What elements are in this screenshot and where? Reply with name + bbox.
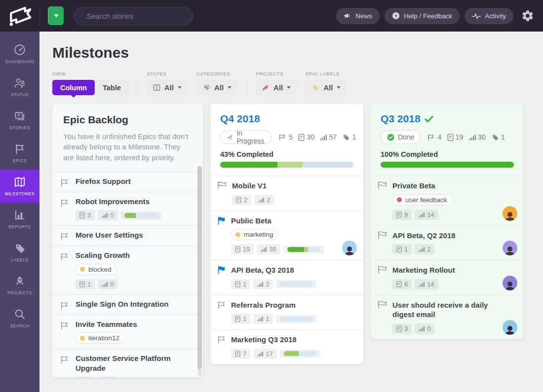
epic-badges: 2 0	[76, 377, 190, 378]
view-filter-label: VIEW	[52, 71, 129, 76]
person-silhouette-icon	[504, 281, 516, 290]
epic-progress-badge	[276, 315, 316, 323]
sidebar-item-labels[interactable]: LABELS	[0, 236, 39, 269]
epic-label-pill[interactable]: blocked	[76, 264, 117, 275]
epics-stat: 4	[427, 133, 441, 141]
epic-card[interactable]: Referrals Program 1 1	[210, 295, 363, 330]
epic-progress-bar	[280, 317, 312, 321]
avatar[interactable]	[503, 241, 517, 255]
projects-filter-label: PROJECTS	[256, 71, 297, 76]
epic-backlog-title: Epic Backlog	[63, 114, 192, 126]
sidebar-item-projects[interactable]: PROJECTS	[0, 269, 39, 302]
milestone-title[interactable]: Q3 2018	[381, 113, 514, 125]
milestone-header: Q4 2018 In Progress 5	[210, 104, 363, 176]
search-box[interactable]	[74, 7, 193, 25]
epic-row[interactable]: Customer Service Platform Upgrade 2 0	[52, 349, 203, 378]
epic-card[interactable]: Marketing Q3 2018 7 17	[210, 329, 363, 364]
sidebar-label: REPORTS	[8, 224, 31, 229]
epic-row[interactable]: Scaling Growth blocked 1 0	[52, 246, 203, 294]
document-icon	[298, 134, 305, 141]
epic-progress-bar	[280, 282, 312, 286]
page-title: Milestones	[52, 44, 543, 61]
epic-card[interactable]: Marketing Rollout 6 14	[371, 260, 524, 295]
points-count-badge: 2	[253, 279, 273, 289]
view-column-button[interactable]: Column	[52, 80, 95, 95]
epic-card[interactable]: Private Beta user feedback 9 14	[371, 176, 524, 225]
sidebar-item-stories[interactable]: STORIES	[0, 104, 39, 137]
sidebar-item-milestones[interactable]: MILESTONES	[0, 170, 39, 203]
epic-progress-badge	[283, 246, 324, 253]
sidebar-item-status[interactable]: STATUS	[0, 71, 39, 104]
avatar[interactable]	[503, 276, 517, 290]
states-value: All	[164, 83, 174, 92]
document-icon	[396, 325, 402, 332]
states-dropdown[interactable]: All	[147, 80, 188, 95]
avatar[interactable]	[503, 320, 517, 335]
stories-count: 1	[243, 281, 246, 288]
document-icon	[235, 316, 240, 322]
epic-label-pill[interactable]: user feedback	[392, 194, 453, 206]
labels-count: 1	[501, 133, 505, 141]
epic-badges: 3 0	[76, 210, 161, 220]
document-icon	[447, 134, 454, 141]
epic-row[interactable]: Single Sign On Integration	[52, 294, 203, 315]
points-icon	[261, 247, 267, 252]
epic-label-pill[interactable]: marketing	[231, 229, 279, 240]
points-count: 0	[427, 325, 430, 332]
sidebar-label: LABELS	[11, 257, 29, 262]
epic-labels-filter: EPIC LABELS All	[306, 71, 347, 95]
app-logo[interactable]	[0, 5, 39, 27]
person-silhouette-icon	[504, 246, 516, 255]
sidebar-item-search[interactable]: SEARCH	[0, 302, 39, 335]
create-milestone-dropdown[interactable]	[48, 6, 64, 25]
help-feedback-button[interactable]: ? Help / Feedback	[385, 8, 460, 24]
state-pill[interactable]: Done	[381, 130, 421, 144]
stories-count-badge: 1	[76, 279, 95, 289]
stories-count: 2	[244, 196, 247, 204]
backlog-scrollbar[interactable]	[197, 166, 202, 369]
epic-backlog-header: Epic Backlog You have 8 unfinished Epics…	[52, 104, 203, 172]
label-text: blocked	[88, 266, 112, 273]
milestone-title[interactable]: Q4 2018	[220, 113, 353, 125]
points-count-badge: 0	[98, 279, 117, 289]
create-milestone-button[interactable]: Create Milestone	[48, 6, 64, 25]
epic-card[interactable]: Mobile V1 2 2	[210, 176, 363, 211]
flag-outline-icon	[217, 300, 227, 324]
stories-count-badge: 3	[76, 210, 95, 220]
epic-labels-dropdown[interactable]: All	[306, 80, 347, 95]
sidebar-item-epics[interactable]: EPICS	[0, 137, 39, 170]
search-icon	[81, 12, 82, 20]
avatar[interactable]	[503, 206, 517, 221]
epic-card[interactable]: API Beta, Q2 2018 1 2	[371, 225, 524, 260]
view-table-button[interactable]: Table	[95, 80, 129, 95]
avatar[interactable]	[342, 241, 357, 255]
news-button[interactable]: News	[336, 8, 380, 24]
settings-button[interactable]	[521, 9, 534, 22]
epic-row[interactable]: More User Settings	[52, 225, 203, 246]
points-count-badge: 0	[415, 323, 434, 334]
flag-icon	[278, 134, 287, 141]
search-input[interactable]	[86, 12, 186, 20]
state-label: In Progress	[236, 129, 266, 145]
epic-label-pill[interactable]: iteration12	[76, 332, 125, 344]
filter-bar: VIEW Column Table STATES All CATEGORIES	[52, 71, 543, 95]
state-pill[interactable]: In Progress	[220, 130, 272, 144]
check-icon	[425, 115, 433, 123]
categories-dropdown[interactable]: All	[196, 80, 237, 95]
projects-dropdown[interactable]: All	[256, 80, 297, 95]
epic-card[interactable]: Public Beta marketing 19 35	[210, 211, 363, 260]
epic-card[interactable]: API Beta, Q3 2018 1 2	[210, 260, 363, 295]
sidebar-label: SEARCH	[10, 323, 29, 328]
sidebar-item-dashboard[interactable]: DASHBOARD	[0, 37, 39, 71]
paper-plane-icon	[227, 134, 233, 141]
flags-double-icon	[217, 181, 228, 205]
epic-row[interactable]: Invite Teammates iteration12	[52, 315, 203, 349]
epic-card[interactable]: User should receive a daily digest email…	[371, 295, 524, 339]
tags-icon	[202, 84, 210, 91]
epic-row[interactable]: Robot Improvements 3 0	[52, 192, 203, 226]
topbar: Create Milestone News ? Help / Feedback	[0, 0, 543, 32]
label-text: marketing	[244, 231, 273, 238]
epic-row[interactable]: Firefox Support	[52, 172, 203, 192]
sidebar-item-reports[interactable]: REPORTS	[0, 203, 39, 236]
activity-button[interactable]: Activity	[465, 8, 513, 24]
